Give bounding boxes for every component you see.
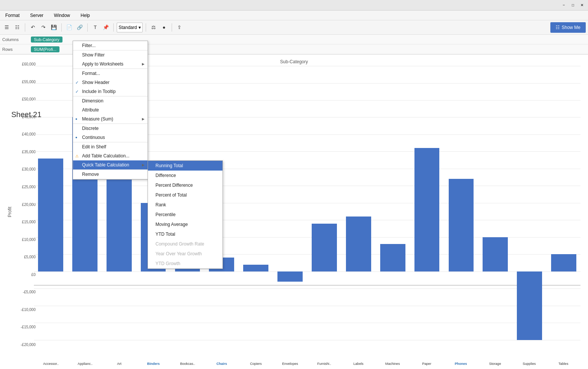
show-me-icon: ☷ xyxy=(556,25,560,30)
bar-9[interactable] xyxy=(346,217,371,271)
toolbar-menu-btn[interactable]: ☰ xyxy=(2,22,11,33)
sm-ytd-growth: YTD Growth xyxy=(148,259,222,268)
x-label-5: Chairs xyxy=(205,362,239,366)
bar-13[interactable] xyxy=(483,237,508,271)
sm-rank[interactable]: Rank xyxy=(148,200,222,210)
minimize-button[interactable]: − xyxy=(561,2,567,8)
columns-pill[interactable]: Sub-Category xyxy=(31,37,62,43)
columns-pill-text: Sub-Category xyxy=(34,37,59,42)
x-label-7: Envelopes xyxy=(273,362,307,366)
window-controls[interactable]: − □ ✕ xyxy=(561,2,585,8)
cm-filter[interactable]: Filter... xyxy=(73,41,148,50)
menu-format[interactable]: Format xyxy=(3,12,22,19)
marks-type-label: Standard xyxy=(119,25,137,30)
menubar: Format Server Window Help xyxy=(0,11,588,20)
x-label-10: Machines xyxy=(376,362,410,366)
x-label-11: Paper xyxy=(410,362,444,366)
show-me-button[interactable]: ☷ Show Me xyxy=(550,22,586,33)
x-label-3: Binders xyxy=(136,362,171,366)
sep5 xyxy=(146,23,146,32)
toolbar: ☰ ☷ ↶ ↷ 💾 📄 🔗 T 📌 Standard ▾ ⚖ ● ⇧ ☷ Sho… xyxy=(0,20,588,35)
x-label-9: Labels xyxy=(341,362,376,366)
cm-section-1: Filter... xyxy=(73,41,148,50)
sm-moving-average[interactable]: Moving Average xyxy=(148,220,222,229)
show-me-label: Show Me xyxy=(562,25,580,30)
cm-format[interactable]: Format... xyxy=(73,69,148,78)
cm-edit-shelf[interactable]: Edit in Shelf xyxy=(73,142,148,151)
bar-wrapper-6 xyxy=(239,66,273,347)
x-label-12: Phones xyxy=(444,362,478,366)
cm-section-4: Dimension Attribute Measure (Sum) xyxy=(73,96,148,124)
cm-attribute[interactable]: Attribute xyxy=(73,105,148,114)
sm-percent-difference[interactable]: Percent Difference xyxy=(148,180,222,190)
cm-show-filter[interactable]: Show Filter xyxy=(73,50,148,59)
toolbar-save-btn[interactable]: 💾 xyxy=(49,22,58,33)
close-button[interactable]: ✕ xyxy=(579,2,585,8)
bar-15[interactable] xyxy=(551,254,576,271)
menu-window[interactable]: Window xyxy=(52,12,72,19)
cm-section-7: Remove xyxy=(73,170,148,179)
bar-14[interactable] xyxy=(517,271,542,340)
sm-difference[interactable]: Difference xyxy=(148,171,222,180)
sep6 xyxy=(172,23,172,32)
sm-percent-total[interactable]: Percent of Total xyxy=(148,190,222,200)
bar-12[interactable] xyxy=(449,179,474,271)
y-tick-n15k: -£15,000 xyxy=(21,325,35,329)
y-tick-n10k: -£10,000 xyxy=(21,308,35,312)
bar-7[interactable] xyxy=(277,271,303,282)
bar-wrapper-12 xyxy=(445,66,478,347)
sep3 xyxy=(87,23,88,32)
toolbar-fit-btn[interactable]: ⚖ xyxy=(149,22,158,33)
cm-add-table-calc[interactable]: Add Table Calculation... xyxy=(73,151,148,160)
toolbar-redo-btn[interactable]: ↷ xyxy=(39,22,48,33)
bar-10[interactable] xyxy=(380,244,405,271)
x-label-15: Tables xyxy=(546,362,580,366)
toolbar-text-btn[interactable]: T xyxy=(91,22,100,33)
maximize-button[interactable]: □ xyxy=(570,2,576,8)
x-label-14: Supplies xyxy=(512,362,547,366)
rows-pill[interactable]: SUM(Profi... xyxy=(31,46,59,52)
toolbar-connect-btn[interactable]: 🔗 xyxy=(75,22,84,33)
bar-wrapper-14 xyxy=(513,66,546,347)
chart-subtitle: Sub-Category xyxy=(280,59,308,64)
toolbar-grid-btn[interactable]: ☷ xyxy=(13,22,22,33)
cm-apply-worksheets[interactable]: Apply to Worksheets xyxy=(73,59,148,69)
toolbar-device-btn[interactable]: ● xyxy=(160,22,169,33)
marks-type-arrow: ▾ xyxy=(139,25,141,30)
cm-section-3: Format... Show Header Include in Tooltip xyxy=(73,69,148,96)
bar-8[interactable] xyxy=(312,224,337,271)
cm-measure-sum[interactable]: Measure (Sum) xyxy=(73,114,148,124)
x-label-2: Art xyxy=(102,362,137,366)
sm-running-total[interactable]: Running Total xyxy=(148,161,222,171)
bar-6[interactable] xyxy=(243,265,268,271)
menu-server[interactable]: Server xyxy=(28,12,46,19)
bar-wrapper-11 xyxy=(410,66,444,347)
toolbar-share-btn[interactable]: ⇧ xyxy=(175,22,184,33)
cm-remove[interactable]: Remove xyxy=(73,170,148,179)
cm-dimension[interactable]: Dimension xyxy=(73,96,148,105)
toolbar-pin-btn[interactable]: 📌 xyxy=(101,22,110,33)
bar-11[interactable] xyxy=(414,148,440,271)
sm-percentile[interactable]: Percentile xyxy=(148,210,222,220)
toolbar-undo-btn[interactable]: ↶ xyxy=(28,22,37,33)
submenu: Running Total Difference Percent Differe… xyxy=(148,160,223,269)
x-label-0: Accessor.. xyxy=(34,362,68,366)
bar-wrapper-13 xyxy=(478,66,512,347)
sep1 xyxy=(25,23,25,32)
toolbar-new-datasource-btn[interactable]: 📄 xyxy=(65,22,74,33)
y-axis: £60,000 £55,000 £50,000 £45,000 £40,000 … xyxy=(21,62,35,347)
cm-include-tooltip[interactable]: Include in Tooltip xyxy=(73,87,148,96)
x-label-8: Furnishi.. xyxy=(307,362,341,366)
cm-section-6: Edit in Shelf Add Table Calculation... Q… xyxy=(73,142,148,170)
sm-compound-growth: Compound Growth Rate xyxy=(148,239,222,249)
menu-help[interactable]: Help xyxy=(78,12,92,19)
cm-show-header[interactable]: Show Header xyxy=(73,78,148,87)
x-label-6: Copiers xyxy=(239,362,273,366)
marks-type-dropdown[interactable]: Standard ▾ xyxy=(117,23,143,32)
bar-wrapper-9 xyxy=(342,66,375,347)
cm-continuous[interactable]: Continuous xyxy=(73,133,148,142)
cm-quick-table-calc[interactable]: Quick Table Calculation Running Total Di… xyxy=(73,160,148,169)
sm-ytd-total[interactable]: YTD Total xyxy=(148,229,222,239)
cm-discrete[interactable]: Discrete xyxy=(73,124,148,133)
bar-0[interactable] xyxy=(38,159,63,271)
